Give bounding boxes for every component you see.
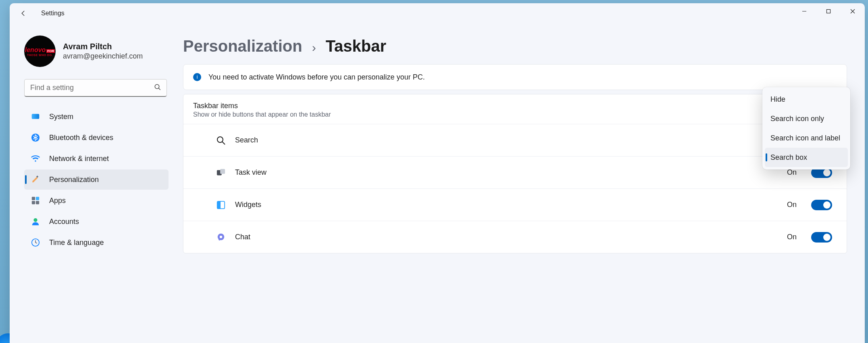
toggle-widgets[interactable] — [811, 200, 832, 210]
section-title: Taskbar items — [193, 102, 837, 110]
nav-system[interactable]: System — [24, 107, 169, 127]
toggle-state-label: On — [787, 233, 797, 241]
breadcrumb: Personalization › Taskbar — [183, 37, 847, 55]
svg-line-14 — [223, 142, 225, 144]
minimize-button[interactable] — [792, 3, 816, 19]
dropdown-option-label: Search box — [770, 153, 807, 162]
person-icon — [31, 217, 40, 226]
svg-rect-1 — [827, 10, 831, 13]
settings-window: Settings lenovoFOR THOSE WHO DO. Avram P… — [10, 3, 865, 343]
maximize-button[interactable] — [816, 3, 841, 19]
nav-apps[interactable]: Apps — [24, 190, 169, 211]
row-widgets[interactable]: Widgets On — [183, 188, 847, 221]
search-mode-dropdown[interactable]: Hide Search icon only Search icon and la… — [762, 87, 850, 169]
taskbar-items-panel: Taskbar items Show or hide buttons that … — [183, 94, 847, 253]
bluetooth-icon — [31, 133, 40, 142]
nav-label: Accounts — [49, 218, 79, 226]
svg-rect-16 — [220, 169, 225, 174]
app-title: Settings — [41, 10, 65, 17]
svg-rect-7 — [32, 197, 35, 200]
profile-email: avram@geekinchief.com — [63, 52, 143, 61]
svg-rect-8 — [36, 197, 39, 200]
nav-label: Network & internet — [49, 155, 109, 163]
main-content: Personalization › Taskbar i You need to … — [171, 23, 865, 343]
nav-label: Bluetooth & devices — [49, 134, 113, 142]
svg-rect-10 — [36, 201, 39, 204]
nav: System Bluetooth & devices Network & int… — [24, 107, 169, 253]
svg-rect-5 — [32, 114, 39, 119]
toggle-state-label: On — [787, 201, 797, 209]
chat-icon — [216, 232, 226, 243]
nav-personalization[interactable]: Personalization — [24, 169, 169, 190]
dropdown-option-icon-only[interactable]: Search icon only — [765, 109, 848, 128]
profile[interactable]: lenovoFOR THOSE WHO DO. Avram Piltch avr… — [24, 36, 169, 67]
titlebar: Settings — [10, 3, 865, 23]
breadcrumb-parent[interactable]: Personalization — [183, 37, 302, 55]
nav-network[interactable]: Network & internet — [24, 148, 169, 169]
svg-rect-18 — [217, 201, 221, 208]
close-button[interactable] — [841, 3, 865, 19]
task-view-icon — [216, 167, 226, 178]
row-search[interactable]: Search — [183, 124, 847, 156]
nav-label: Personalization — [49, 176, 99, 184]
section-subtitle: Show or hide buttons that appear on the … — [193, 111, 837, 118]
row-label: Search — [235, 136, 258, 144]
wifi-icon — [31, 154, 40, 163]
svg-point-13 — [217, 137, 223, 142]
svg-rect-9 — [32, 201, 35, 204]
clock-globe-icon — [31, 238, 40, 247]
row-label: Chat — [235, 233, 250, 241]
back-button[interactable] — [15, 5, 31, 21]
row-label: Widgets — [235, 201, 261, 209]
page-title: Taskbar — [326, 37, 386, 55]
avatar: lenovoFOR THOSE WHO DO. — [24, 36, 56, 67]
dropdown-option-label: Hide — [770, 95, 785, 104]
widgets-icon — [216, 200, 226, 210]
window-controls — [792, 3, 865, 19]
display-icon — [31, 112, 40, 121]
svg-line-3 — [158, 88, 160, 90]
sidebar: lenovoFOR THOSE WHO DO. Avram Piltch avr… — [10, 23, 171, 343]
paintbrush-icon — [31, 175, 40, 184]
row-label: Task view — [235, 168, 266, 177]
profile-name: Avram Piltch — [63, 42, 143, 51]
toggle-chat[interactable] — [811, 232, 832, 243]
apps-icon — [31, 196, 40, 205]
search-icon — [216, 135, 226, 146]
toggle-state-label: On — [787, 168, 797, 177]
row-chat[interactable]: Chat On — [183, 221, 847, 253]
banner-text: You need to activate Windows before you … — [208, 73, 425, 82]
nav-label: Apps — [49, 197, 66, 205]
dropdown-option-icon-and-label[interactable]: Search icon and label — [765, 128, 848, 148]
nav-time-language[interactable]: Time & language — [24, 232, 169, 253]
dropdown-option-search-box[interactable]: Search box — [765, 148, 848, 167]
nav-accounts[interactable]: Accounts — [24, 211, 169, 232]
search-icon — [154, 84, 161, 92]
dropdown-option-label: Search icon only — [770, 115, 824, 123]
dropdown-option-label: Search icon and label — [770, 134, 840, 142]
dropdown-option-hide[interactable]: Hide — [765, 90, 848, 109]
svg-point-11 — [33, 218, 37, 222]
find-setting-search[interactable] — [24, 79, 167, 97]
svg-point-2 — [155, 84, 159, 89]
activation-banner: i You need to activate Windows before yo… — [183, 64, 847, 90]
chevron-right-icon: › — [312, 41, 316, 54]
nav-label: System — [49, 113, 73, 121]
nav-bluetooth[interactable]: Bluetooth & devices — [24, 128, 169, 148]
nav-label: Time & language — [49, 238, 104, 247]
info-icon: i — [193, 73, 201, 81]
svg-point-20 — [220, 235, 222, 238]
row-task-view[interactable]: Task view On — [183, 156, 847, 188]
search-input[interactable] — [24, 79, 167, 97]
